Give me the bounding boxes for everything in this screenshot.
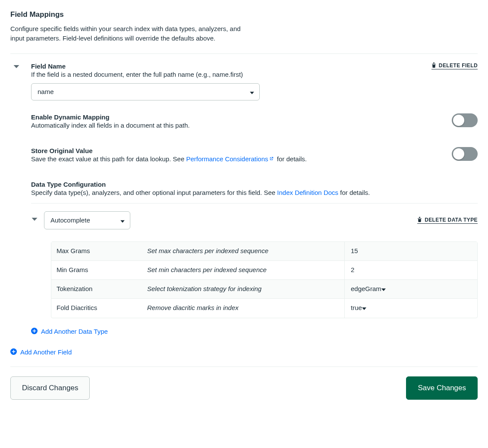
performance-link[interactable]: Performance Considerations [186, 155, 273, 163]
param-row: Max GramsSet max characters per indexed … [51, 242, 477, 261]
param-row: Min GramsSet min characters per indexed … [51, 261, 477, 280]
caret-down-icon [381, 285, 386, 292]
divider [10, 367, 478, 367]
param-value-select[interactable]: edgeGram [344, 280, 477, 298]
plus-circle-icon [31, 328, 38, 335]
field-name-select[interactable]: name [31, 83, 260, 100]
dynamic-mapping-toggle[interactable] [452, 113, 478, 127]
discard-button[interactable]: Discard Changes [10, 376, 90, 400]
caret-down-icon [362, 304, 366, 311]
data-type-config-desc: Specify data type(s), analyzers, and oth… [31, 189, 478, 196]
index-definition-docs-link[interactable]: Index Definition Docs [277, 189, 338, 196]
store-original-desc: Save the exact value at this path for da… [31, 155, 434, 163]
dynamic-mapping-label: Enable Dynamic Mapping [31, 113, 434, 121]
param-name: Min Grams [51, 261, 142, 279]
trash-icon [417, 217, 422, 223]
delete-field-label: DELETE FIELD [439, 63, 478, 69]
chevron-down-icon[interactable] [31, 216, 38, 224]
delete-data-type-label: DELETE DATA TYPE [425, 217, 478, 223]
param-value-input[interactable]: 2 [344, 261, 477, 279]
field-block: Field Name If the field is a nested docu… [10, 63, 478, 335]
param-value-select[interactable]: true [344, 299, 477, 318]
add-field-button[interactable]: Add Another Field [10, 348, 72, 356]
param-row: TokenizationSelect tokenization strategy… [51, 280, 477, 299]
param-desc: Set min characters per indexed sequence [142, 261, 344, 279]
chevron-down-icon[interactable] [13, 64, 20, 72]
store-original-toggle[interactable] [452, 147, 478, 161]
add-data-type-label: Add Another Data Type [41, 328, 108, 335]
save-button[interactable]: Save Changes [406, 376, 478, 400]
param-desc: Remove diacritic marks in index [142, 299, 344, 318]
param-desc: Select tokenization strategy for indexin… [142, 280, 344, 298]
param-name: Max Grams [51, 242, 142, 260]
field-name-label: Field Name [31, 63, 243, 70]
store-original-label: Store Original Value [31, 147, 434, 154]
param-name: Tokenization [51, 280, 142, 298]
delete-field-button[interactable]: DELETE FIELD [431, 63, 478, 69]
caret-down-icon [250, 88, 254, 95]
data-type-select[interactable]: Autocomplete [44, 211, 130, 229]
add-field-label: Add Another Field [20, 348, 72, 356]
add-data-type-button[interactable]: Add Another Data Type [31, 328, 108, 335]
param-value-input[interactable]: 15 [344, 242, 477, 260]
field-name-hint: If the field is a nested document, enter… [31, 71, 243, 78]
data-type-value: Autocomplete [50, 216, 90, 224]
plus-circle-icon [10, 348, 17, 356]
param-row: Fold DiacriticsRemove diacritic marks in… [51, 299, 477, 318]
field-name-value: name [38, 88, 54, 95]
delete-data-type-button[interactable]: DELETE DATA TYPE [417, 217, 478, 224]
section-title: Field Mappings [10, 10, 478, 19]
caret-down-icon [120, 216, 125, 224]
trash-icon [431, 63, 436, 69]
divider [31, 203, 478, 204]
divider [10, 53, 478, 54]
param-name: Fold Diacritics [51, 299, 142, 318]
dynamic-mapping-desc: Automatically index all fields in a docu… [31, 122, 434, 129]
param-desc: Set max characters per indexed sequence [142, 242, 344, 260]
external-link-icon [268, 155, 274, 163]
param-table: Max GramsSet max characters per indexed … [51, 241, 478, 318]
data-type-config-label: Data Type Configuration [31, 181, 478, 188]
section-desc: Configure specific fields within your se… [10, 24, 243, 43]
